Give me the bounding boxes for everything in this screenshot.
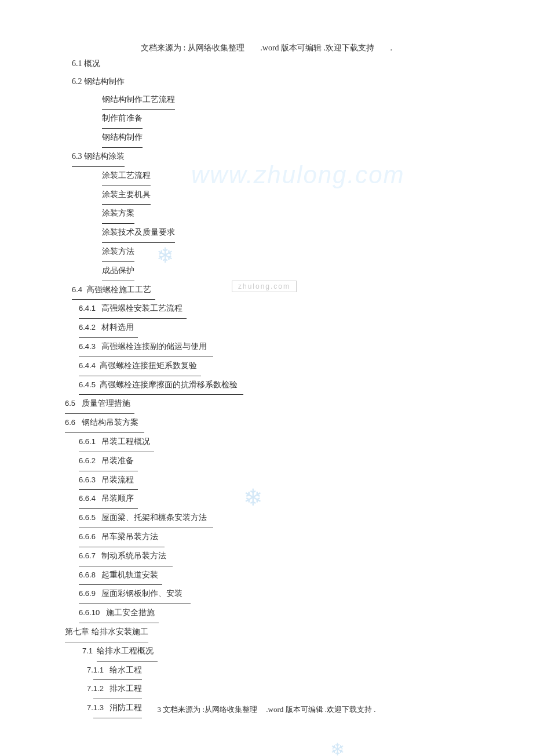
toc-entry-6-4: 6.4 高强螺栓施工工艺 [72, 281, 489, 300]
toc-entry-6-4-5: 6.4.5 高强螺栓连接摩擦面的抗滑移系数检验 [79, 376, 489, 395]
toc-entry-7-1-2: 7.1.2 排水工程 [87, 680, 489, 699]
toc-entry-6-4-1: 6.4.1 高强螺栓安装工艺流程 [79, 300, 489, 319]
toc-entry-6-6-8: 6.6.8 起重机轨道安装 [79, 566, 489, 586]
toc-entry-6-6-1: 6.6.1 吊装工程概况 [79, 433, 489, 452]
toc-entry-7-1: 7.1 给排水工程概况 [82, 642, 489, 662]
toc-entry-6-6: 6.6 钢结构吊装方案 [65, 414, 489, 433]
toc-entry-7-1-1: 7.1.1 给水工程 [87, 662, 489, 681]
toc-entry-6-2-sub3: 钢结构制作 [102, 129, 489, 148]
toc-entry-6-6-5: 6.6.5 屋面梁、托架和檩条安装方法 [79, 509, 489, 528]
toc-entry-6-6-10: 6.6.10 施工安全措施 [79, 604, 489, 623]
toc-entry-6-6-4: 6.6.4 吊装顺序 [79, 490, 489, 509]
page-header: 文档来源为 : 从网络收集整理 .word 版本可编辑 .欢迎下载支持 . [0, 43, 533, 53]
toc-entry-6-4-4: 6.4.4 高强螺栓连接扭矩系数复验 [79, 357, 489, 376]
toc-entry-6-1: 6.1 概况 [72, 55, 489, 73]
toc-entry-6-2: 6.2 钢结构制作 [72, 73, 489, 91]
toc-content: 6.1 概况 6.2 钢结构制作 钢结构制作工艺流程 制作前准备 钢结构制作 6… [72, 55, 489, 718]
toc-entry-6-3-sub6: 成品保护 [102, 262, 489, 281]
toc-entry-6-2-sub2: 制作前准备 [102, 110, 489, 129]
toc-entry-7-1-3: 7.1.3 消防工程 [87, 699, 489, 718]
header-source: 文档来源为 : 从网络收集整理 [141, 43, 244, 52]
toc-entry-6-3: 6.3 钢结构涂装 [72, 148, 489, 167]
toc-entry-6-4-2: 6.4.2 材料选用 [79, 319, 489, 338]
toc-entry-6-5: 6.5 质量管理措施 [65, 395, 489, 414]
watermark-decoration-icon: ❄ [330, 739, 345, 756]
toc-entry-6-3-sub4: 涂装技术及质量要求 [102, 224, 489, 243]
toc-entry-6-3-sub5: 涂装方法 [102, 243, 489, 262]
toc-entry-6-4-3: 6.4.3 高强螺栓连接副的储运与使用 [79, 338, 489, 357]
toc-entry-6-3-sub1: 涂装工艺流程 [102, 167, 489, 186]
header-dot: . [390, 43, 393, 52]
toc-entry-6-6-3: 6.6.3 吊装流程 [79, 471, 489, 490]
toc-entry-6-6-9: 6.6.9 屋面彩钢板制作、安装 [79, 585, 489, 604]
toc-entry-6-6-2: 6.6.2 吊装准备 [79, 452, 489, 471]
toc-entry-6-6-7: 6.6.7 制动系统吊装方法 [79, 547, 489, 566]
toc-chapter-7: 第七章 给排水安装施工 [65, 623, 489, 642]
toc-entry-6-3-sub3: 涂装方案 [102, 205, 489, 224]
toc-entry-6-6-6: 6.6.6 吊车梁吊装方法 [79, 528, 489, 547]
toc-entry-6-2-sub1: 钢结构制作工艺流程 [102, 91, 489, 110]
toc-entry-6-3-sub2: 涂装主要机具 [102, 186, 489, 205]
header-editable: .word 版本可编辑 .欢迎下载支持 [260, 43, 374, 52]
